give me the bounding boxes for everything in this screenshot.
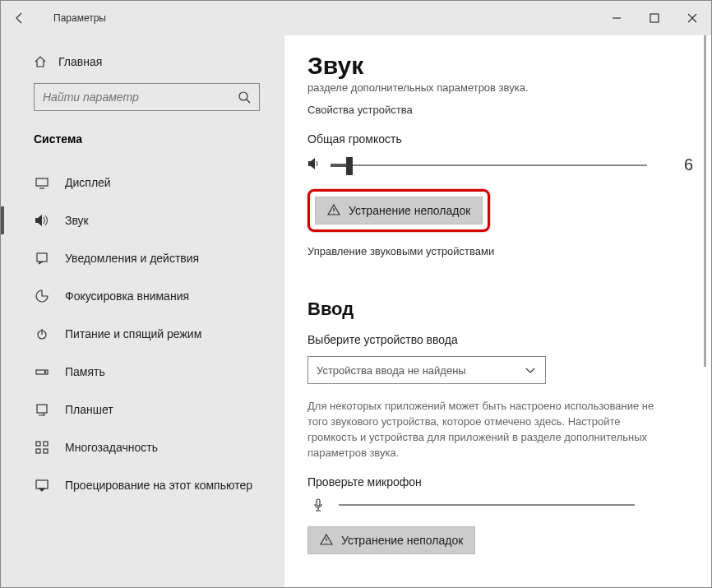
- sidebar-item-label: Многозадачность: [65, 441, 158, 454]
- svg-rect-13: [317, 499, 320, 506]
- svg-point-6: [44, 372, 46, 373]
- truncated-help-line: разделе дополнительных параметров звука.: [307, 81, 696, 94]
- sidebar-item-display[interactable]: Дисплей: [12, 164, 273, 201]
- svg-rect-12: [36, 480, 48, 488]
- volume-slider-row: 6: [307, 155, 696, 174]
- svg-rect-10: [36, 449, 40, 453]
- close-icon: [686, 12, 699, 25]
- focus-icon: [34, 289, 50, 303]
- sidebar-item-label: Дисплей: [65, 176, 111, 189]
- manage-devices-link[interactable]: Управление звуковыми устройствами: [307, 245, 494, 257]
- tablet-icon: [34, 403, 50, 416]
- volume-slider[interactable]: [331, 164, 647, 166]
- svg-rect-0: [650, 14, 659, 22]
- maximize-icon: [648, 12, 661, 25]
- sidebar-item-label: Проецирование на этот компьютер: [65, 479, 252, 492]
- slider-thumb[interactable]: [346, 157, 353, 175]
- close-button[interactable]: [673, 1, 711, 35]
- sidebar-item-label: Уведомления и действия: [65, 252, 199, 265]
- nav-list: Дисплей Звук Уведомления и действия Фоку…: [12, 164, 273, 504]
- warning-icon: [327, 203, 340, 219]
- chevron-down-icon: [524, 363, 537, 377]
- sidebar-item-label: Память: [65, 365, 105, 378]
- power-icon: [34, 327, 50, 340]
- search-icon: [238, 90, 251, 104]
- notifications-icon: [34, 252, 50, 265]
- page-title: Звук: [307, 52, 696, 80]
- mic-test-row: [307, 498, 696, 512]
- sidebar-item-notifications[interactable]: Уведомления и действия: [12, 239, 273, 277]
- device-properties-link[interactable]: Свойства устройства: [307, 104, 413, 116]
- svg-rect-8: [36, 442, 40, 446]
- scrollbar-thumb[interactable]: [704, 35, 706, 367]
- microphone-icon: [307, 498, 329, 512]
- highlight-box: Устранение неполадок: [307, 189, 490, 232]
- projecting-icon: [34, 479, 50, 492]
- sidebar-item-tablet[interactable]: Планшет: [12, 391, 273, 428]
- sidebar-item-storage[interactable]: Память: [12, 353, 273, 391]
- button-label: Устранение неполадок: [341, 534, 463, 547]
- minimize-button[interactable]: [598, 1, 636, 35]
- sidebar-item-label: Планшет: [65, 403, 113, 416]
- volume-label: Общая громкость: [307, 132, 696, 146]
- section-label: Система: [34, 132, 273, 146]
- home-link[interactable]: Главная: [34, 55, 273, 68]
- minimize-icon: [610, 12, 623, 25]
- multitasking-icon: [34, 441, 50, 454]
- speaker-icon: [307, 157, 322, 174]
- search-input[interactable]: [43, 90, 238, 104]
- window-controls: [598, 1, 711, 35]
- svg-rect-11: [44, 449, 48, 453]
- sidebar-item-power[interactable]: Питание и спящий режим: [12, 315, 273, 353]
- sidebar-item-label: Питание и спящий режим: [65, 327, 201, 340]
- input-heading: Ввод: [307, 299, 696, 320]
- choose-input-label: Выберите устройство ввода: [307, 333, 696, 346]
- sidebar-item-sound[interactable]: Звук: [12, 201, 273, 239]
- storage-icon: [34, 365, 50, 378]
- arrow-left-icon: [13, 12, 26, 25]
- sound-icon: [34, 214, 50, 227]
- back-button[interactable]: [1, 1, 39, 35]
- home-icon: [34, 55, 47, 68]
- main-content: Звук разделе дополнительных параметров з…: [284, 35, 711, 587]
- input-device-dropdown[interactable]: Устройства ввода не найдены: [307, 356, 546, 384]
- troubleshoot-output-button[interactable]: Устранение неполадок: [315, 197, 483, 225]
- scrollbar[interactable]: [700, 35, 710, 587]
- mic-level-bar: [339, 504, 635, 506]
- sidebar-item-focus[interactable]: Фокусировка внимания: [12, 277, 273, 315]
- volume-value: 6: [672, 155, 696, 174]
- svg-rect-3: [37, 253, 47, 262]
- sidebar-item-label: Звук: [65, 214, 89, 227]
- title-bar: Параметры: [1, 1, 711, 35]
- svg-rect-9: [44, 442, 48, 446]
- test-mic-label: Проверьте микрофон: [307, 475, 696, 488]
- app-title: Параметры: [53, 12, 106, 24]
- search-box[interactable]: [34, 83, 260, 111]
- input-help-text: Для некоторых приложений может быть наст…: [307, 399, 661, 461]
- warning-icon: [320, 533, 333, 549]
- display-icon: [34, 176, 50, 189]
- button-label: Устранение неполадок: [349, 204, 470, 217]
- sidebar-item-projecting[interactable]: Проецирование на этот компьютер: [12, 466, 273, 504]
- maximize-button[interactable]: [636, 1, 673, 35]
- dropdown-value: Устройства ввода не найдены: [317, 364, 466, 377]
- sidebar-item-multitasking[interactable]: Многозадачность: [12, 428, 273, 466]
- home-label: Главная: [58, 55, 102, 68]
- svg-point-1: [239, 92, 247, 100]
- troubleshoot-input-button[interactable]: Устранение неполадок: [307, 526, 475, 554]
- svg-rect-2: [36, 178, 48, 186]
- svg-rect-7: [37, 405, 47, 413]
- sidebar-item-label: Фокусировка внимания: [65, 289, 189, 303]
- sidebar: Главная Система Дисплей Звук Уведомления…: [1, 35, 284, 587]
